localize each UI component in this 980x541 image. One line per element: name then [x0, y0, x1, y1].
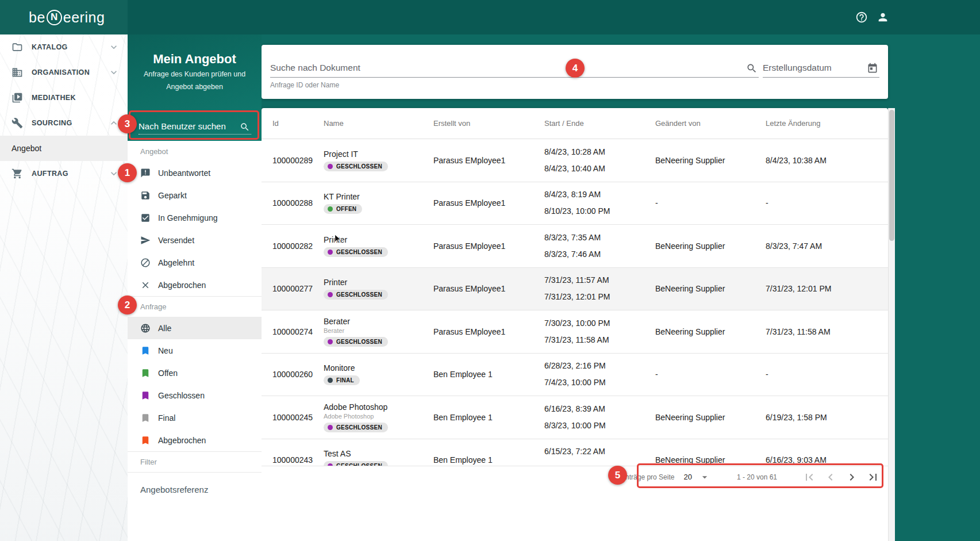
cell-last-change: 8/3/23, 7:47 AM: [766, 225, 888, 267]
cell-id: 100000245: [272, 396, 324, 439]
creation-date-input[interactable]: Erstellungsdatum: [763, 57, 879, 78]
sidebar-item-mediathek[interactable]: MEDIATHEK: [0, 85, 128, 110]
menu-item-abgebrochen[interactable]: Abgebrochen: [128, 429, 262, 451]
menu-item-label: Versendet: [158, 236, 194, 245]
status-dot: [328, 378, 333, 383]
status-badge: GESCHLOSSEN: [324, 337, 388, 347]
row-name: Monitore: [324, 363, 355, 373]
menu-item-final[interactable]: Final: [128, 406, 262, 429]
menu-item-geparkt[interactable]: Geparkt: [128, 184, 262, 206]
menu-item-abgebrochen[interactable]: Abgebrochen: [128, 274, 262, 296]
first-page-button[interactable]: [802, 470, 816, 484]
menu-item-in-genehmigung[interactable]: In Genehmigung: [128, 206, 262, 229]
cancel-icon: [140, 280, 151, 290]
page-size-label: Einträge pro Seite: [619, 473, 674, 481]
sidebar-item-label: SOURCING: [32, 119, 72, 127]
user-search-placeholder: Nach Benutzer suchen: [139, 121, 226, 131]
status-badge: GESCHLOSSEN: [324, 162, 388, 171]
search-hint: Anfrage ID oder Name: [270, 81, 339, 89]
catalog-icon: [11, 41, 23, 53]
calendar-icon[interactable]: [867, 63, 878, 74]
cell-id: 100000260: [272, 354, 324, 396]
menu-item-abgelehnt[interactable]: Abgelehnt: [128, 251, 262, 274]
table-row[interactable]: 100000282PrinterGESCHLOSSENParasus EMplo…: [262, 225, 888, 268]
organisation-icon: [11, 67, 23, 78]
column-header-id[interactable]: Id: [272, 119, 324, 128]
sidebar-item-organisation[interactable]: ORGANISATION: [0, 60, 128, 85]
creation-date-placeholder: Erstellungsdatum: [763, 63, 832, 73]
status-badge: GESCHLOSSEN: [324, 247, 388, 257]
menu-section-angebotsreferenz[interactable]: Angebotsreferenz: [128, 472, 262, 507]
table-row[interactable]: 100000274BeraterBeraterGESCHLOSSENParasu…: [262, 310, 888, 354]
cell-last-change: -: [766, 182, 888, 225]
last-page-button[interactable]: [866, 470, 880, 484]
search-icon[interactable]: [746, 63, 758, 74]
bookmark-icon: [140, 435, 151, 446]
unanswered-icon: [140, 168, 151, 178]
cell-id: 100000289: [272, 139, 324, 182]
menu-item-alle[interactable]: Alle: [128, 317, 262, 339]
column-header-geändert-von[interactable]: Geändert von: [655, 119, 766, 128]
cell-created-by: Parasus EMployee1: [433, 268, 544, 310]
sidebar-item-katalog[interactable]: KATALOG: [0, 34, 128, 60]
status-badge: FINAL: [324, 375, 360, 385]
globe-icon: [140, 323, 151, 333]
cell-name: PrinterGESCHLOSSEN: [324, 268, 433, 310]
menu-section-filter: Filter: [128, 451, 262, 472]
account-icon[interactable]: [877, 11, 889, 24]
user-search-input[interactable]: Nach Benutzer suchen: [139, 117, 251, 136]
save-icon: [140, 190, 151, 201]
annotation-marker-3: 3: [118, 114, 137, 133]
menu-item-label: Abgelehnt: [158, 258, 194, 267]
next-page-button[interactable]: [845, 470, 859, 484]
page-size-select[interactable]: 20: [683, 471, 710, 483]
table-row[interactable]: 100000245Adobe PhotoshopAdobe PhotoshopG…: [262, 396, 888, 439]
sidebar-item-angebot[interactable]: Angebot: [0, 136, 128, 161]
cell-name: MonitoreFINAL: [324, 354, 433, 396]
table-row[interactable]: 100000289Project ITGESCHLOSSENParasus EM…: [262, 139, 888, 182]
cell-start-end: 6/28/23, 2:16 PM7/4/23, 10:00 PM: [544, 354, 655, 396]
logo[interactable]: beNeering: [0, 0, 128, 34]
column-header-letzte-änderung[interactable]: Letzte Änderung: [766, 119, 888, 128]
menu-item-label: Abgebrochen: [158, 281, 206, 290]
menu-item-offen[interactable]: Offen: [128, 362, 262, 384]
status-badge: GESCHLOSSEN: [324, 423, 388, 432]
scrollbar[interactable]: [888, 108, 895, 541]
cell-name: Project ITGESCHLOSSEN: [324, 139, 433, 182]
menu-item-neu[interactable]: Neu: [128, 339, 262, 362]
cell-id: 100000274: [272, 310, 324, 353]
table-row[interactable]: 100000288KT PrinterOFFENParasus EMployee…: [262, 182, 888, 225]
status-dot: [328, 425, 333, 430]
document-search-input[interactable]: Suche nach Dokument: [270, 57, 759, 78]
menu-item-unbeantwortet[interactable]: Unbeantwortet: [128, 162, 262, 184]
status-dot: [328, 250, 333, 255]
sidebar-item-auftrag[interactable]: AUFTRAG: [0, 161, 128, 186]
menu-item-label: In Genehmigung: [158, 213, 218, 222]
table-row[interactable]: 100000260MonitoreFINALBen Employee 16/28…: [262, 354, 888, 397]
column-header-start-ende[interactable]: Start / Ende: [544, 119, 655, 128]
sourcing-icon: [11, 117, 23, 129]
topbar: beNeering: [0, 0, 980, 34]
column-header-erstellt-von[interactable]: Erstellt von: [433, 119, 544, 128]
status-dot: [328, 164, 333, 169]
prev-page-button[interactable]: [824, 470, 837, 484]
cell-created-by: Parasus EMployee1: [433, 182, 544, 225]
menu-item-label: Offen: [158, 369, 178, 378]
menu-item-label: Neu: [158, 346, 173, 355]
page-title: Mein Angebot: [128, 52, 262, 67]
menu-item-geschlossen[interactable]: Geschlossen: [128, 384, 262, 406]
bookmark-icon: [140, 390, 151, 401]
scrollbar-thumb[interactable]: [889, 110, 894, 241]
sidebar-item-label: Angebot: [11, 144, 41, 153]
bookmark-icon: [140, 368, 151, 378]
sidebar-nav: KATALOGORGANISATIONMEDIATHEKSOURCINGAnge…: [0, 34, 128, 186]
sidebar-item-sourcing[interactable]: SOURCING: [0, 110, 128, 136]
table-row[interactable]: 100000277PrinterGESCHLOSSENParasus EMplo…: [262, 268, 888, 311]
search-icon[interactable]: [240, 122, 250, 132]
row-name: Berater: [324, 317, 350, 326]
chevron-down-icon: [108, 41, 120, 53]
help-icon[interactable]: [855, 11, 868, 24]
cell-created-by: Parasus EMployee1: [433, 139, 544, 182]
menu-item-versendet[interactable]: Versendet: [128, 229, 262, 251]
column-header-name[interactable]: Name: [324, 119, 433, 128]
